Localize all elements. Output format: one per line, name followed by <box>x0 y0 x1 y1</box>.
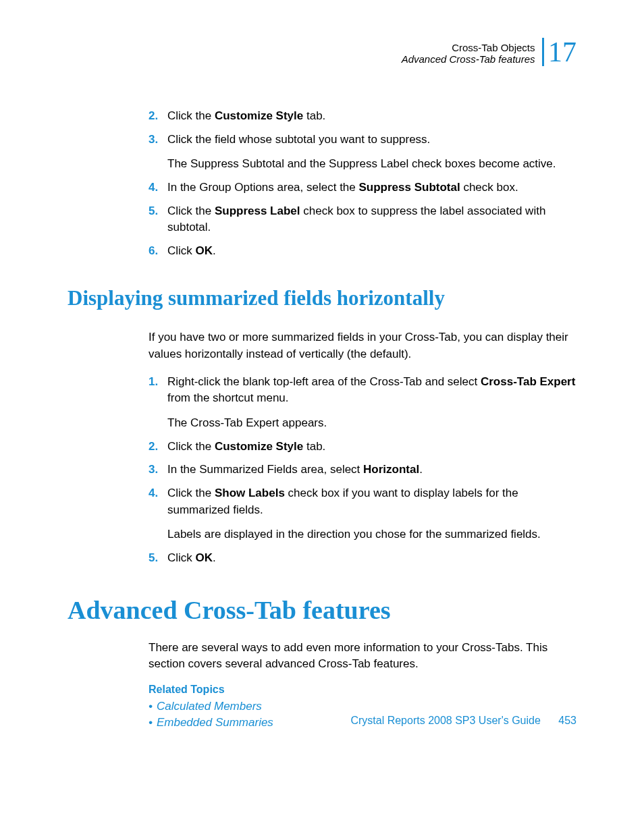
step-item: 4. In the Group Options area, select the… <box>149 180 576 196</box>
step-number: 5. <box>149 550 158 567</box>
step-item: 3. Click the field whose subtotal you wa… <box>149 132 576 173</box>
step-item: 1. Right-click the blank top-left area o… <box>149 374 576 432</box>
step-number: 3. <box>149 132 158 148</box>
header-subtitle: Advanced Cross-Tab features <box>402 53 535 65</box>
section-intro: If you have two or more summarized field… <box>149 329 576 362</box>
heading-advanced-crosstab: Advanced Cross-Tab features <box>68 595 576 625</box>
chapter-number-badge: 17 <box>542 38 576 66</box>
step-note: The Cross-Tab Expert appears. <box>167 415 576 432</box>
related-link-calculated-members[interactable]: •Calculated Members <box>149 700 576 713</box>
step-number: 1. <box>149 374 158 391</box>
section-intro: There are several ways to add even more … <box>149 640 576 673</box>
step-item: 5. Click OK. <box>149 550 576 567</box>
step-item: 2. Click the Customize Style tab. <box>149 108 576 125</box>
step-item: 2. Click the Customize Style tab. <box>149 439 576 456</box>
step-number: 2. <box>149 439 158 456</box>
page-header: Cross-Tab Objects Advanced Cross-Tab fea… <box>68 39 576 67</box>
step-item: 3. In the Summarized Fields area, select… <box>149 462 576 478</box>
step-note: Labels are displayed in the direction yo… <box>167 526 576 543</box>
step-number: 3. <box>149 462 158 478</box>
step-number: 5. <box>149 203 158 220</box>
step-item: 6. Click OK. <box>149 243 576 260</box>
section-displaying-summarized: If you have two or more summarized field… <box>149 329 576 566</box>
step-note: The Suppress Subtotal and the Suppress L… <box>167 156 576 173</box>
step-item: 5. Click the Suppress Label check box to… <box>149 203 576 236</box>
step-number: 4. <box>149 180 158 196</box>
page-footer: Crystal Reports 2008 SP3 User's Guide 45… <box>350 715 576 727</box>
header-title: Cross-Tab Objects <box>402 42 535 53</box>
step-number: 4. <box>149 485 158 502</box>
heading-displaying-summarized: Displaying summarized fields horizontall… <box>68 286 576 310</box>
step-number: 6. <box>149 243 158 260</box>
related-topics-heading: Related Topics <box>149 684 576 696</box>
footer-guide-title: Crystal Reports 2008 SP3 User's Guide <box>350 715 540 726</box>
step-item: 4. Click the Show Labels check box if yo… <box>149 485 576 543</box>
section-suppress-subtotals: 2. Click the Customize Style tab. 3. Cli… <box>149 108 576 259</box>
step-number: 2. <box>149 108 158 125</box>
footer-page-number: 453 <box>558 715 576 726</box>
